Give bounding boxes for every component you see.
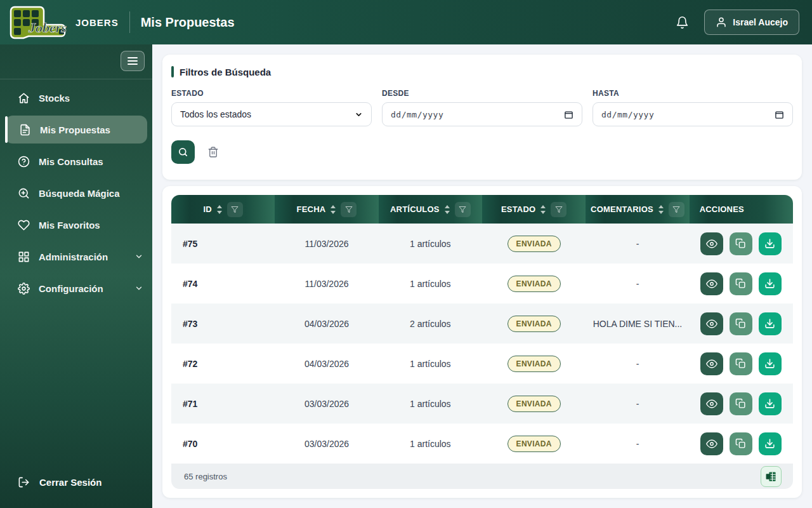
calendar-icon[interactable]	[775, 110, 784, 119]
duplicate-button[interactable]	[730, 352, 752, 375]
cell-acciones	[690, 384, 793, 424]
download-button[interactable]	[759, 392, 782, 415]
download-button[interactable]	[759, 232, 782, 255]
table-row: #70 03/03/2026 1 artículos ENVIADA -	[171, 424, 793, 464]
sidebar-item-mis-consultas[interactable]: Mis Consultas	[0, 147, 152, 175]
gear-icon	[18, 283, 30, 295]
view-button[interactable]	[700, 432, 723, 455]
sidebar-item-busqueda-magica[interactable]: Búsqueda Mágica	[0, 179, 152, 207]
export-excel-button[interactable]	[761, 466, 782, 487]
cell-id: #73	[171, 304, 275, 344]
copy-icon	[735, 318, 746, 329]
table-header-row: ID FECHA ARTÍCULOS ESTADO	[171, 195, 793, 224]
status-badge: ENVIADA	[508, 356, 561, 372]
download-button[interactable]	[759, 272, 782, 295]
filter-funnel-icon[interactable]	[455, 202, 471, 217]
filter-funnel-icon[interactable]	[669, 202, 684, 217]
estado-select[interactable]: Todos los estados	[171, 102, 372, 126]
status-badge: ENVIADA	[508, 316, 561, 332]
column-header-acciones: ACCIONES	[690, 195, 793, 224]
bell-icon	[676, 16, 689, 29]
column-label: ID	[203, 204, 211, 214]
search-button[interactable]	[171, 140, 195, 164]
cell-id: #71	[171, 384, 275, 424]
sidebar-item-label: Administración	[39, 251, 108, 262]
column-label: COMENTARIOS	[591, 204, 653, 214]
status-badge: ENVIADA	[508, 436, 561, 452]
sort-icon[interactable]	[216, 205, 223, 214]
download-button[interactable]	[759, 432, 782, 455]
notifications-button[interactable]	[676, 16, 689, 29]
sidebar-item-mis-favoritos[interactable]: Mis Favoritos	[0, 211, 152, 239]
jobers-logo: Jobers	[10, 5, 68, 39]
download-button[interactable]	[759, 352, 782, 375]
document-icon	[19, 124, 31, 136]
desde-placeholder: dd/mm/yyyy	[391, 110, 443, 119]
clear-filters-button[interactable]	[207, 146, 219, 158]
view-button[interactable]	[700, 232, 723, 255]
page-title: Mis Propuestas	[141, 15, 235, 30]
cell-id: #75	[171, 224, 275, 264]
cell-fecha: 03/03/2026	[275, 384, 378, 424]
duplicate-button[interactable]	[730, 312, 752, 335]
column-label: ESTADO	[501, 204, 535, 214]
eye-icon	[706, 238, 717, 250]
sidebar-item-mis-propuestas[interactable]: Mis Propuestas	[5, 116, 147, 144]
sidebar-toggle-button[interactable]	[121, 51, 145, 71]
heart-icon	[18, 219, 30, 231]
filter-funnel-icon[interactable]	[341, 202, 357, 217]
chevron-down-icon	[355, 110, 363, 119]
view-button[interactable]	[700, 272, 723, 295]
calendar-icon[interactable]	[564, 110, 573, 119]
status-badge: ENVIADA	[508, 276, 561, 292]
estado-label: ESTADO	[171, 89, 372, 98]
sort-icon[interactable]	[540, 205, 546, 214]
view-button[interactable]	[700, 312, 723, 335]
duplicate-button[interactable]	[730, 392, 752, 415]
sidebar-item-administracion[interactable]: Administración	[0, 243, 152, 271]
eye-icon	[706, 358, 717, 370]
cell-comentarios: -	[586, 344, 689, 384]
user-icon	[716, 17, 727, 28]
main-content: Filtros de Búsqueda ESTADO Todos los est…	[152, 44, 812, 508]
sidebar-item-label: Búsqueda Mágica	[39, 188, 120, 199]
sidebar-divider	[0, 79, 152, 79]
duplicate-button[interactable]	[730, 232, 752, 255]
download-icon	[764, 438, 775, 449]
user-menu-button[interactable]: Israel Aucejo	[704, 10, 799, 35]
hasta-label: HASTA	[593, 89, 793, 98]
download-icon	[764, 398, 775, 409]
download-button[interactable]	[759, 312, 782, 335]
column-label: FECHA	[297, 204, 326, 214]
excel-export-icon	[765, 471, 777, 483]
sort-icon[interactable]	[330, 205, 336, 214]
desde-date-input[interactable]: dd/mm/yyyy	[382, 102, 582, 126]
cell-acciones	[690, 344, 793, 384]
copy-icon	[735, 358, 746, 369]
view-button[interactable]	[700, 392, 723, 415]
duplicate-button[interactable]	[730, 432, 752, 455]
table-footer: 65 registros	[171, 464, 793, 489]
logout-button[interactable]: Cerrar Sesión	[0, 470, 152, 494]
duplicate-button[interactable]	[730, 272, 752, 295]
cell-acciones	[690, 304, 793, 344]
sidebar-item-label: Mis Consultas	[39, 156, 103, 167]
cell-fecha: 04/03/2026	[275, 304, 378, 344]
sort-icon[interactable]	[444, 205, 450, 214]
sidebar-item-label: Stocks	[39, 93, 70, 104]
filter-funnel-icon[interactable]	[551, 202, 566, 217]
search-plus-icon	[18, 187, 30, 199]
cell-articulos: 1 artículos	[379, 424, 482, 464]
hasta-date-input[interactable]: dd/mm/yyyy	[593, 102, 793, 126]
sort-icon[interactable]	[658, 205, 664, 214]
cell-id: #72	[171, 344, 275, 384]
sidebar-item-configuracion[interactable]: Configuración	[0, 274, 152, 302]
sidebar-item-stocks[interactable]: Stocks	[0, 84, 152, 112]
cell-fecha: 11/03/2026	[275, 264, 378, 304]
filter-funnel-icon[interactable]	[227, 202, 243, 217]
download-icon	[764, 318, 775, 329]
view-button[interactable]	[700, 352, 723, 375]
hasta-placeholder: dd/mm/yyyy	[601, 110, 654, 119]
status-badge: ENVIADA	[508, 396, 561, 412]
cell-articulos: 1 artículos	[379, 264, 482, 304]
